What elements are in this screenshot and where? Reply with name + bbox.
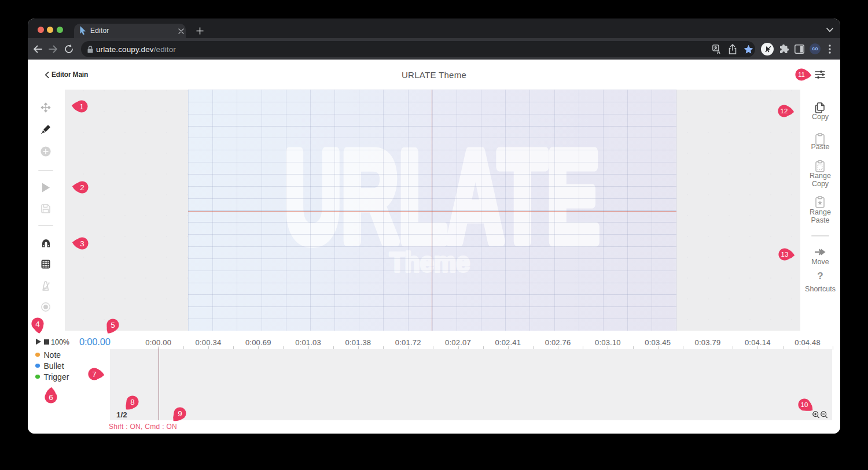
svg-text:3: 3 xyxy=(80,239,84,247)
svg-text:7: 7 xyxy=(92,369,97,378)
svg-text:8: 8 xyxy=(130,398,135,406)
svg-text:9: 9 xyxy=(178,409,182,418)
svg-text:12: 12 xyxy=(781,108,788,114)
svg-text:10: 10 xyxy=(800,401,808,408)
svg-text:13: 13 xyxy=(781,251,789,258)
svg-text:11: 11 xyxy=(798,71,805,78)
svg-text:2: 2 xyxy=(80,183,84,192)
svg-text:4: 4 xyxy=(35,320,40,328)
svg-text:5: 5 xyxy=(111,321,116,330)
svg-text:1: 1 xyxy=(79,102,84,110)
svg-text:6: 6 xyxy=(49,393,53,402)
